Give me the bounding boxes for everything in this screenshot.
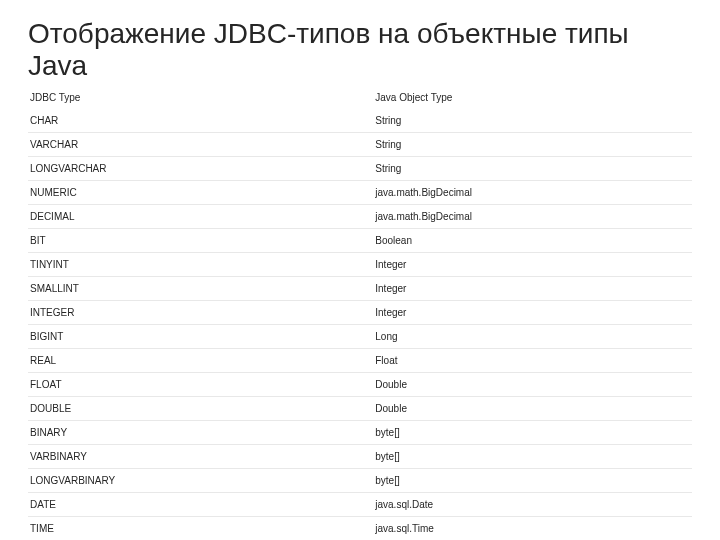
cell-jdbc-type: BIGINT [28,325,373,348]
cell-jdbc-type: SMALLINT [28,277,373,300]
cell-java-object-type: Double [373,373,692,396]
table-row: CHARString [28,109,692,132]
table-row: NUMERICjava.math.BigDecimal [28,180,692,204]
cell-jdbc-type: DOUBLE [28,397,373,420]
table-row: DECIMALjava.math.BigDecimal [28,204,692,228]
cell-jdbc-type: DATE [28,493,373,516]
table-row: INTEGERInteger [28,300,692,324]
cell-jdbc-type: REAL [28,349,373,372]
cell-java-object-type: Double [373,397,692,420]
cell-jdbc-type: VARCHAR [28,133,373,156]
cell-java-object-type: Long [373,325,692,348]
cell-jdbc-type: LONGVARCHAR [28,157,373,180]
table-row: FLOATDouble [28,372,692,396]
cell-java-object-type: String [373,157,692,180]
table-row: SMALLINTInteger [28,276,692,300]
cell-java-object-type: byte[] [373,421,692,444]
table-row: DOUBLEDouble [28,396,692,420]
table-row: BITBoolean [28,228,692,252]
cell-jdbc-type: TINYINT [28,253,373,276]
table-row: DATEjava.sql.Date [28,492,692,516]
table-row: LONGVARCHARString [28,156,692,180]
table-row: BINARYbyte[] [28,420,692,444]
type-mapping-table: JDBC Type Java Object Type CHARStringVAR… [28,86,692,540]
cell-jdbc-type: LONGVARBINARY [28,469,373,492]
cell-java-object-type: Float [373,349,692,372]
table-row: VARCHARString [28,132,692,156]
cell-jdbc-type: NUMERIC [28,181,373,204]
header-jdbc-type: JDBC Type [28,86,373,109]
cell-java-object-type: java.sql.Time [373,517,692,540]
slide-title: Отображение JDBC-типов на объектные типы… [28,18,692,82]
table-row: TINYINTInteger [28,252,692,276]
cell-java-object-type: String [373,109,692,132]
table-row: REALFloat [28,348,692,372]
cell-java-object-type: Integer [373,277,692,300]
cell-java-object-type: Boolean [373,229,692,252]
table-row: VARBINARYbyte[] [28,444,692,468]
cell-jdbc-type: INTEGER [28,301,373,324]
cell-java-object-type: String [373,133,692,156]
cell-jdbc-type: DECIMAL [28,205,373,228]
cell-java-object-type: java.math.BigDecimal [373,181,692,204]
table-header-row: JDBC Type Java Object Type [28,86,692,109]
cell-jdbc-type: VARBINARY [28,445,373,468]
cell-jdbc-type: TIME [28,517,373,540]
cell-java-object-type: java.math.BigDecimal [373,205,692,228]
cell-java-object-type: Integer [373,301,692,324]
cell-java-object-type: Integer [373,253,692,276]
table-row: TIMEjava.sql.Time [28,516,692,540]
cell-java-object-type: java.sql.Date [373,493,692,516]
table-row: BIGINTLong [28,324,692,348]
header-java-object-type: Java Object Type [373,86,692,109]
cell-jdbc-type: FLOAT [28,373,373,396]
table-row: LONGVARBINARYbyte[] [28,468,692,492]
cell-jdbc-type: BINARY [28,421,373,444]
cell-jdbc-type: BIT [28,229,373,252]
cell-java-object-type: byte[] [373,469,692,492]
cell-jdbc-type: CHAR [28,109,373,132]
cell-java-object-type: byte[] [373,445,692,468]
